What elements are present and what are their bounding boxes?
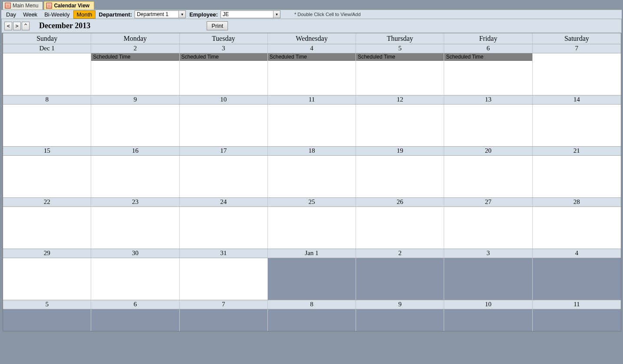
date-header-cell[interactable]: 6 bbox=[444, 44, 532, 53]
day-cell[interactable] bbox=[356, 207, 444, 249]
up-button[interactable]: ^ bbox=[22, 22, 30, 30]
day-cell[interactable] bbox=[268, 156, 356, 197]
date-header-cell[interactable]: 9 bbox=[91, 95, 179, 104]
event-item[interactable]: Scheduled Time bbox=[356, 53, 444, 61]
event-item[interactable]: Scheduled Time bbox=[268, 53, 356, 61]
print-button[interactable]: Print bbox=[207, 21, 228, 30]
day-cell[interactable] bbox=[3, 309, 91, 331]
dropdown-icon[interactable]: ▼ bbox=[178, 11, 185, 18]
day-cell[interactable] bbox=[444, 207, 532, 249]
date-header-cell[interactable]: 19 bbox=[356, 147, 444, 155]
date-header-cell[interactable]: 23 bbox=[91, 198, 179, 207]
date-header-cell[interactable]: 15 bbox=[3, 147, 91, 155]
day-cell[interactable] bbox=[180, 156, 268, 197]
day-cell[interactable] bbox=[91, 258, 179, 300]
day-cell[interactable] bbox=[533, 258, 621, 300]
view-day-button[interactable]: Day bbox=[3, 10, 19, 19]
day-cell[interactable] bbox=[533, 156, 621, 197]
day-cell[interactable] bbox=[91, 105, 179, 146]
date-header-cell[interactable]: 2 bbox=[356, 249, 444, 258]
date-header-cell[interactable]: 27 bbox=[444, 198, 532, 207]
date-header-cell[interactable]: 17 bbox=[180, 147, 268, 155]
next-button[interactable]: > bbox=[13, 22, 21, 30]
day-cell[interactable]: Scheduled Time bbox=[91, 53, 179, 95]
day-cell[interactable] bbox=[268, 258, 356, 300]
day-cell[interactable] bbox=[180, 258, 268, 300]
event-item[interactable]: Scheduled Time bbox=[180, 53, 267, 61]
date-header-cell[interactable]: 12 bbox=[356, 95, 444, 104]
day-cell[interactable] bbox=[180, 207, 268, 249]
tab-calendar-view[interactable]: Calendar View bbox=[44, 1, 94, 10]
tab-main-menu[interactable]: Main Menu bbox=[3, 1, 43, 10]
day-cell[interactable] bbox=[180, 309, 268, 331]
day-cell[interactable] bbox=[3, 105, 91, 146]
day-cell[interactable] bbox=[3, 53, 91, 95]
employee-combo[interactable]: JE ▼ bbox=[221, 10, 280, 18]
day-cell[interactable] bbox=[356, 309, 444, 331]
day-cell[interactable]: Scheduled Time bbox=[268, 53, 356, 95]
date-header-cell[interactable]: 13 bbox=[444, 95, 532, 104]
date-header-cell[interactable]: 21 bbox=[533, 147, 621, 155]
day-cell[interactable] bbox=[3, 156, 91, 197]
date-header-cell[interactable]: 7 bbox=[180, 300, 268, 309]
dropdown-icon[interactable]: ▼ bbox=[273, 11, 280, 18]
date-header-cell[interactable]: 16 bbox=[91, 147, 179, 155]
day-cell[interactable] bbox=[533, 309, 621, 331]
prev-button[interactable]: < bbox=[4, 22, 12, 30]
date-header-cell[interactable]: 5 bbox=[356, 44, 444, 53]
date-header-cell[interactable]: 31 bbox=[180, 249, 268, 258]
day-cell[interactable] bbox=[3, 258, 91, 300]
date-header-cell[interactable]: 4 bbox=[533, 249, 621, 258]
day-cell[interactable] bbox=[444, 309, 532, 331]
date-header-cell[interactable]: 18 bbox=[268, 147, 356, 155]
day-cell[interactable] bbox=[356, 105, 444, 146]
day-cell[interactable] bbox=[356, 156, 444, 197]
view-week-button[interactable]: Week bbox=[20, 10, 40, 19]
day-cell[interactable] bbox=[356, 258, 444, 300]
date-header-cell[interactable]: 3 bbox=[180, 44, 268, 53]
date-header-cell[interactable]: 14 bbox=[533, 95, 621, 104]
event-item[interactable]: Scheduled Time bbox=[91, 53, 179, 61]
event-item[interactable]: Scheduled Time bbox=[444, 53, 532, 61]
day-cell[interactable] bbox=[268, 207, 356, 249]
day-cell[interactable] bbox=[91, 207, 179, 249]
department-combo[interactable]: Department 1 ▼ bbox=[135, 10, 186, 18]
day-cell[interactable] bbox=[91, 156, 179, 197]
date-header-cell[interactable]: 10 bbox=[180, 95, 268, 104]
date-header-cell[interactable]: 26 bbox=[356, 198, 444, 207]
day-cell[interactable] bbox=[180, 105, 268, 146]
day-cell[interactable] bbox=[3, 207, 91, 249]
date-header-cell[interactable]: 20 bbox=[444, 147, 532, 155]
date-header-cell[interactable]: 7 bbox=[533, 44, 621, 53]
date-header-cell[interactable]: Jan 1 bbox=[268, 249, 356, 258]
date-header-cell[interactable]: 29 bbox=[3, 249, 91, 258]
day-cell[interactable] bbox=[268, 309, 356, 331]
day-cell[interactable] bbox=[533, 207, 621, 249]
date-header-cell[interactable]: 3 bbox=[444, 249, 532, 258]
view-biweekly-button[interactable]: Bi-Weekly bbox=[41, 10, 73, 19]
day-cell[interactable]: Scheduled Time bbox=[444, 53, 532, 95]
date-header-cell[interactable]: 9 bbox=[356, 300, 444, 309]
date-header-cell[interactable]: 22 bbox=[3, 198, 91, 207]
view-month-button[interactable]: Month bbox=[73, 10, 95, 19]
day-cell[interactable] bbox=[268, 105, 356, 146]
date-header-cell[interactable]: 2 bbox=[91, 44, 179, 53]
date-header-cell[interactable]: 25 bbox=[268, 198, 356, 207]
day-cell[interactable] bbox=[444, 258, 532, 300]
date-header-cell[interactable]: 28 bbox=[533, 198, 621, 207]
date-header-cell[interactable]: 10 bbox=[444, 300, 532, 309]
date-header-cell[interactable]: 30 bbox=[91, 249, 179, 258]
day-cell[interactable]: Scheduled Time bbox=[180, 53, 268, 95]
day-cell[interactable] bbox=[444, 105, 532, 146]
date-header-cell[interactable]: 4 bbox=[268, 44, 356, 53]
day-cell[interactable] bbox=[533, 105, 621, 146]
date-header-cell[interactable]: Dec 1 bbox=[3, 44, 91, 53]
day-cell[interactable] bbox=[91, 309, 179, 331]
day-cell[interactable] bbox=[533, 53, 621, 95]
date-header-cell[interactable]: 8 bbox=[3, 95, 91, 104]
date-header-cell[interactable]: 8 bbox=[268, 300, 356, 309]
date-header-cell[interactable]: 6 bbox=[91, 300, 179, 309]
day-cell[interactable] bbox=[444, 156, 532, 197]
date-header-cell[interactable]: 24 bbox=[180, 198, 268, 207]
date-header-cell[interactable]: 11 bbox=[268, 95, 356, 104]
